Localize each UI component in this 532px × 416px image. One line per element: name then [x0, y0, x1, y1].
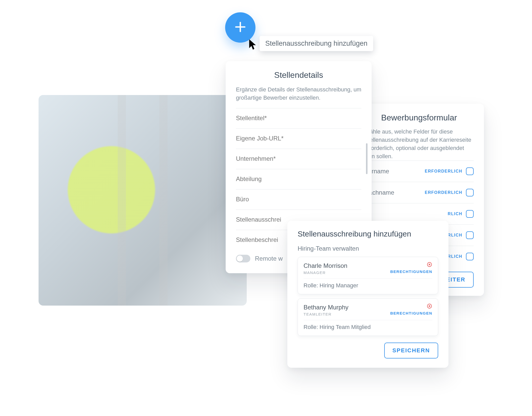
remote-label: Remote w [255, 255, 283, 262]
plus-icon [234, 20, 247, 35]
job-details-title: Stellendetails [236, 70, 361, 80]
team-member: Bethany Murphy TEAMLEITER BERECHTIGUNGEN… [298, 298, 438, 336]
remove-member-icon[interactable] [427, 303, 432, 309]
field-row-nachname: Nachname ERFORDERLICH [364, 182, 474, 203]
job-url-input[interactable] [236, 128, 361, 149]
checkbox[interactable] [466, 231, 474, 239]
required-badge-fragment[interactable]: RLICH [448, 212, 462, 216]
permissions-link[interactable]: BERECHTIGUNGEN [390, 311, 432, 315]
checkbox[interactable] [466, 189, 474, 196]
hero-photo [39, 95, 247, 306]
company-input[interactable] [236, 149, 361, 169]
checkbox[interactable] [466, 167, 474, 175]
add-job-fab[interactable] [225, 12, 255, 43]
field-label: Vorname [364, 168, 421, 175]
field-label [364, 210, 444, 218]
permissions-link[interactable]: BERECHTIGUNGEN [390, 269, 432, 274]
application-form-title: Bewerbungsformular [364, 113, 474, 122]
member-role: Rolle: Hiring Manager [304, 278, 432, 289]
checkbox[interactable] [466, 253, 474, 260]
remote-toggle[interactable] [236, 255, 250, 262]
job-title-input[interactable] [236, 108, 361, 128]
member-role: Rolle: Hiring Team Mitglied [304, 320, 432, 330]
field-label: Nachname [364, 189, 421, 196]
scrollbar-thumb[interactable] [366, 143, 368, 174]
save-button[interactable]: SPEICHERN [384, 343, 438, 358]
required-badge[interactable]: ERFORDERLICH [425, 190, 462, 195]
team-member: Charle Morrison MANAGER BERECHTIGUNGEN R… [298, 257, 438, 294]
member-name: Charle Morrison [304, 262, 432, 269]
remove-member-icon[interactable] [427, 262, 432, 267]
required-badge-fragment[interactable]: RLICH [448, 254, 462, 259]
office-input[interactable] [236, 189, 361, 210]
member-name: Bethany Murphy [304, 304, 432, 311]
required-badge[interactable]: ERFORDERLICH [425, 169, 462, 174]
department-input[interactable] [236, 169, 361, 189]
application-form-desc: Wähle aus, welche Felder für diese Stell… [364, 128, 474, 160]
hiring-team-card: Stellenausschreibung hinzufügen Hiring-T… [287, 221, 448, 368]
hiring-team-subtitle: Hiring-Team verwalten [298, 245, 438, 252]
hiring-team-title: Stellenausschreibung hinzufügen [298, 230, 438, 238]
checkbox[interactable] [466, 210, 474, 218]
job-details-desc: Ergänze die Details der Stellenausschrei… [236, 86, 361, 102]
field-row-vorname: Vorname ERFORDERLICH [364, 160, 474, 182]
add-job-tooltip: Stellenausschreibung hinzufügen [260, 36, 373, 51]
cursor-icon [248, 39, 258, 50]
required-badge-fragment[interactable]: RLICH [448, 233, 462, 238]
